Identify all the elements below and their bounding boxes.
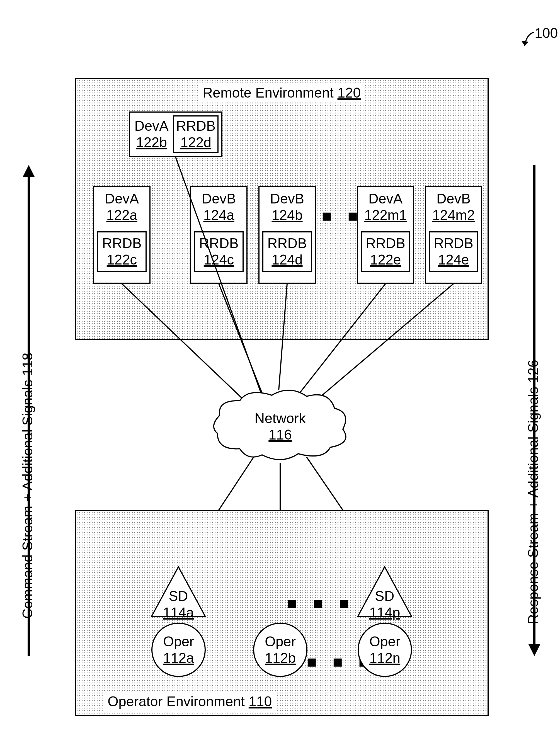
rrdb-name: RRDB <box>431 235 477 252</box>
sd-ref: 114a <box>151 605 206 621</box>
remote-title-text: Remote Environment <box>203 85 338 101</box>
dev-ref: 124a <box>194 207 244 224</box>
figure-ref-label: 100 <box>535 25 558 42</box>
right-arrow-down-icon <box>528 644 540 656</box>
ellipsis-icon: ■ ■ ■ <box>287 594 355 613</box>
oper-name: Oper <box>265 633 296 650</box>
sd-name: SD <box>357 588 413 605</box>
remote-title: Remote Environment 120 <box>199 83 365 103</box>
left-arrow-up-icon <box>23 165 35 177</box>
oper-name: Oper <box>369 633 400 650</box>
rrdb-name: RRDB <box>362 235 408 252</box>
oper-ref: 112a <box>163 650 194 666</box>
operator-title-text: Operator Environment <box>107 694 248 709</box>
oper-circle-2: Oper 112n <box>358 623 412 677</box>
sd-ref: 114p <box>357 605 413 621</box>
dev-box-1: DevB 124a RRDB 124c <box>190 186 247 284</box>
oper-circle-0: Oper 112a <box>152 623 206 677</box>
svg-marker-0 <box>521 41 528 46</box>
rrdb-ref: 122e <box>362 252 408 268</box>
diagram-root: 100 Command Stream + Additional Signals … <box>0 0 560 750</box>
network-cloud: Network 116 <box>206 385 354 465</box>
dev-top-pair: DevA 122b RRDB 122d <box>129 112 222 157</box>
dev-box-3: DevA 122m1 RRDB 122e <box>357 186 414 284</box>
dev-name: DevB <box>262 191 312 207</box>
left-axis-label: Command Stream + Additional Signals 118 <box>20 212 36 619</box>
network-ref: 116 <box>206 427 354 443</box>
rrdb-name: RRDB <box>264 235 310 252</box>
dev-ref: 122m1 <box>361 207 410 224</box>
rrdb-ref: 124c <box>196 252 242 268</box>
dev-name: DevA <box>105 191 139 206</box>
rrdb-name: RRDB <box>174 118 217 134</box>
dev-name: DevA <box>361 191 410 207</box>
rrdb-ref: 122c <box>99 252 145 268</box>
dev-ref: 124m2 <box>429 207 478 224</box>
dev-name: DevB <box>429 191 478 207</box>
remote-title-ref: 120 <box>338 85 361 101</box>
sd-name: SD <box>151 588 206 605</box>
dev-ref: 124b <box>262 207 312 224</box>
dev-ref: 122a <box>97 207 147 224</box>
oper-name: Oper <box>163 633 194 650</box>
rrdb-name: RRDB <box>99 235 145 252</box>
rrdb-ref: 122d <box>174 134 217 151</box>
operator-title: Operator Environment 110 <box>104 692 276 711</box>
dev-box-4: DevB 124m2 RRDB 124e <box>425 186 482 284</box>
oper-ref: 112b <box>265 650 296 666</box>
rrdb-ref: 124e <box>431 252 477 268</box>
rrdb-name: RRDB <box>196 235 242 252</box>
sd-triangle-1: SD 114p <box>357 566 413 617</box>
operator-title-ref: 110 <box>248 694 272 709</box>
rrdb-ref: 124d <box>264 252 310 268</box>
network-label: Network <box>206 410 354 427</box>
dev-ref: 122b <box>130 134 173 151</box>
right-axis-label: Response Stream + Additional Signals 126 <box>525 206 541 624</box>
dev-box-0: DevA 122a RRDB 122c <box>93 186 151 284</box>
sd-triangle-0: SD 114a <box>151 566 206 617</box>
oper-ref: 112n <box>369 650 400 666</box>
operator-environment-panel: Operator Environment 110 <box>75 510 488 716</box>
dev-name: DevA <box>130 118 173 134</box>
dev-box-2: DevB 124b RRDB 124d <box>258 186 316 284</box>
oper-circle-1: Oper 112b <box>253 623 307 677</box>
dev-name: DevB <box>194 191 244 207</box>
